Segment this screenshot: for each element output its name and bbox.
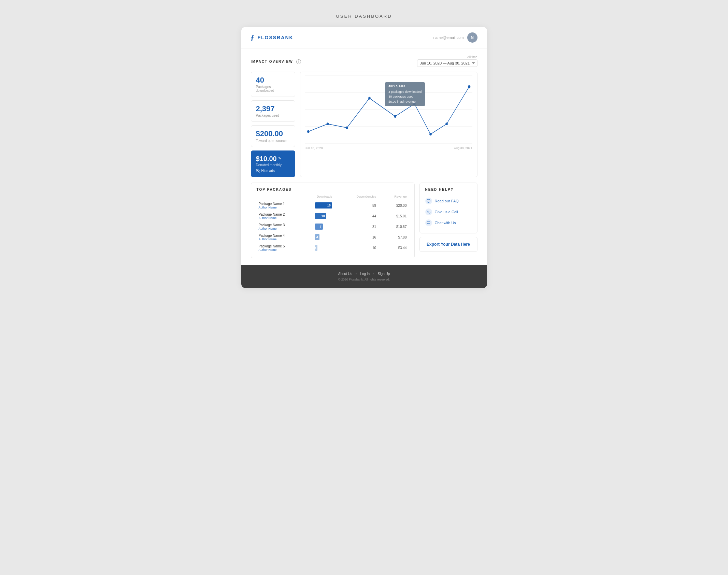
stat-value-toward: $200.00 <box>256 130 290 138</box>
call-link: Give us a Call <box>435 210 458 214</box>
table-row: Package Name 3 Author Name 7 31 $10.67 <box>257 221 409 232</box>
pkg-deps-2: 31 <box>334 221 378 232</box>
overview-grid: 40 Packages downloaded 2,397 Packages us… <box>251 72 477 177</box>
hide-ads-btn[interactable]: Hide ads <box>256 169 290 173</box>
help-item-chat[interactable]: Chat with Us <box>425 217 472 228</box>
bar-value-2: 7 <box>320 225 322 228</box>
pkg-deps-4: 10 <box>334 243 378 253</box>
table-row: Package Name 4 Author Name 4 16 $7.88 <box>257 232 409 243</box>
date-range-label: All time <box>467 55 477 59</box>
page-title: USER DASHBOARD <box>336 14 392 19</box>
svg-point-7 <box>307 130 310 133</box>
footer-login[interactable]: Log In <box>360 272 370 276</box>
col-header-downloads: Downloads <box>313 195 334 200</box>
stat-card-toward: $200.00 Toward open source <box>251 125 295 147</box>
packages-title: TOP PACKAGES <box>257 188 409 191</box>
pkg-author-2: Author Name <box>259 227 311 230</box>
svg-point-14 <box>445 123 448 125</box>
pkg-deps-1: 44 <box>334 211 378 221</box>
main-content: IMPACT OVERVIEW i All time Jun 10, 2020 … <box>241 48 487 265</box>
svg-point-8 <box>326 123 329 125</box>
phone-icon <box>425 209 432 215</box>
chat-icon <box>425 219 432 226</box>
table-row: Package Name 1 Author Name 15 59 $20.00 <box>257 200 409 211</box>
col-header-rev: Revenue <box>378 195 409 200</box>
stat-card-donated: $10.00 ✎ Donated monthly Hide ads <box>251 150 295 177</box>
stat-label-toward: Toward open source <box>256 139 290 143</box>
export-link: Export Your Data Here <box>427 242 470 247</box>
stats-column: 40 Packages downloaded 2,397 Packages us… <box>251 72 295 177</box>
svg-point-13 <box>429 133 432 135</box>
pkg-revenue-4: $3.44 <box>378 243 409 253</box>
chart-svg <box>305 75 472 144</box>
help-item-faq[interactable]: Read our FAQ <box>425 196 472 206</box>
svg-point-10 <box>368 97 371 100</box>
col-header-name <box>257 195 313 200</box>
bar-value-3: 4 <box>316 235 318 239</box>
pkg-revenue-1: $15.01 <box>378 211 409 221</box>
stat-value-downloads: 40 <box>256 76 290 84</box>
help-inner: NEED HELP? Read our FAQ Give us a Call <box>419 183 477 233</box>
footer-signup[interactable]: Sign Up <box>378 272 390 276</box>
pkg-deps-3: 16 <box>334 232 378 243</box>
right-panel: NEED HELP? Read our FAQ Give us a Call <box>419 183 477 258</box>
bottom-section: TOP PACKAGES Downloads Dependencies Reve… <box>251 183 477 258</box>
dashboard-card: ƒ FLOSSBANK name@email.com N IMPACT OVER… <box>241 27 487 288</box>
help-item-call[interactable]: Give us a Call <box>425 206 472 217</box>
footer-copyright: © 2020 Flossbank. All rights reserved. <box>251 278 477 281</box>
date-range-select[interactable]: Jun 10, 2020 — Aug 30, 2021 <box>417 59 477 67</box>
pkg-name-2: Package Name 3 <box>259 223 311 227</box>
stat-label-packages: Packages used <box>256 114 290 117</box>
faq-icon <box>425 198 432 204</box>
footer: About Us • Log In • Sign Up © 2020 Floss… <box>241 265 487 288</box>
logo[interactable]: ƒ FLOSSBANK <box>251 34 294 42</box>
footer-dot-2: • <box>373 272 374 276</box>
pkg-deps-0: 59 <box>334 200 378 211</box>
table-row: Package Name 5 Author Name 2 10 $3.44 <box>257 243 409 253</box>
pkg-revenue-0: $20.00 <box>378 200 409 211</box>
table-row: Package Name 2 Author Name 10 44 $15.01 <box>257 211 409 221</box>
svg-point-15 <box>468 85 470 88</box>
pkg-name-3: Package Name 4 <box>259 234 311 238</box>
pkg-author-0: Author Name <box>259 206 311 209</box>
footer-about[interactable]: About Us <box>338 272 352 276</box>
logo-text: FLOSSBANK <box>258 35 294 40</box>
pkg-name-0: Package Name 1 <box>259 202 311 206</box>
stat-card-packages: 2,397 Packages used <box>251 100 295 122</box>
section-title-area: IMPACT OVERVIEW i <box>251 58 301 64</box>
export-card[interactable]: Export Your Data Here <box>419 237 477 252</box>
impact-overview-title: IMPACT OVERVIEW <box>251 60 293 63</box>
faq-link: Read our FAQ <box>435 199 459 203</box>
stat-label-downloads: Packages downloaded <box>256 85 290 92</box>
date-range-area: All time Jun 10, 2020 — Aug 30, 2021 <box>417 55 477 67</box>
stat-card-downloads: 40 Packages downloaded <box>251 72 295 97</box>
svg-point-9 <box>346 126 348 129</box>
pkg-author-3: Author Name <box>259 238 311 241</box>
chart-end-date: Aug 30, 2021 <box>454 146 472 150</box>
pkg-author-1: Author Name <box>259 216 311 220</box>
header: ƒ FLOSSBANK name@email.com N <box>241 27 487 48</box>
edit-icon[interactable]: ✎ <box>278 156 281 161</box>
chat-link: Chat with Us <box>435 221 456 225</box>
avatar[interactable]: N <box>467 32 477 43</box>
chart-area: JULY 5, 2020 4 packages downloaded 30 pa… <box>300 72 477 177</box>
col-header-deps: Dependencies <box>334 195 378 200</box>
stat-label-donated: Donated monthly <box>256 163 290 167</box>
pkg-author-4: Author Name <box>259 248 311 251</box>
pkg-name-1: Package Name 2 <box>259 213 311 216</box>
svg-point-12 <box>413 102 416 105</box>
header-right: name@email.com N <box>433 32 477 43</box>
bar-value-4: 2 <box>314 246 316 249</box>
chart-start-date: Jun 10, 2020 <box>305 146 323 150</box>
pkg-revenue-2: $10.67 <box>378 221 409 232</box>
pkg-revenue-3: $7.88 <box>378 232 409 243</box>
hide-ads-label: Hide ads <box>261 169 275 173</box>
stat-value-donated: $10.00 <box>256 155 277 162</box>
help-title: NEED HELP? <box>425 188 472 191</box>
bar-value-1: 10 <box>322 214 325 218</box>
footer-dot-1: • <box>356 272 357 276</box>
packages-card: TOP PACKAGES Downloads Dependencies Reve… <box>251 183 415 258</box>
footer-links: About Us • Log In • Sign Up <box>251 272 477 276</box>
svg-point-11 <box>394 115 396 118</box>
info-icon[interactable]: i <box>296 59 301 64</box>
